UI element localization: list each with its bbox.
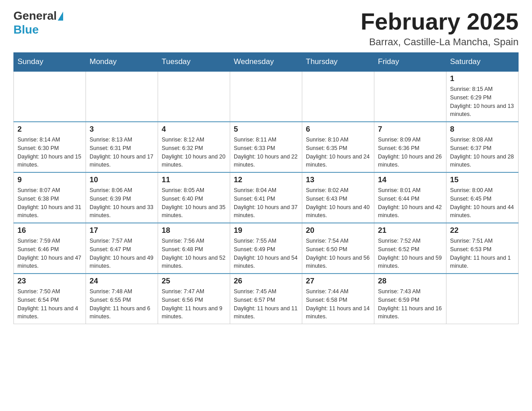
day-number: 9 [17,176,82,184]
calendar-day-cell: 21Sunrise: 7:52 AM Sunset: 6:52 PM Dayli… [374,223,446,274]
day-info: Sunrise: 8:02 AM Sunset: 6:43 PM Dayligh… [306,186,370,220]
calendar-day-cell [86,71,158,122]
calendar-header-row: SundayMondayTuesdayWednesdayThursdayFrid… [14,53,519,72]
day-number: 14 [378,176,442,184]
day-info: Sunrise: 7:54 AM Sunset: 6:50 PM Dayligh… [306,237,370,270]
day-number: 13 [306,176,370,184]
day-number: 12 [234,176,298,184]
weekday-header-monday: Monday [86,53,158,72]
month-title: February 2025 [360,9,519,34]
day-info: Sunrise: 7:45 AM Sunset: 6:57 PM Dayligh… [234,287,298,321]
calendar-day-cell [14,71,86,122]
calendar-day-cell [230,71,302,122]
calendar-day-cell: 2Sunrise: 8:14 AM Sunset: 6:30 PM Daylig… [14,122,86,172]
calendar-week-row: 16Sunrise: 7:59 AM Sunset: 6:46 PM Dayli… [14,223,519,274]
calendar-day-cell: 10Sunrise: 8:06 AM Sunset: 6:39 PM Dayli… [86,172,158,223]
day-number: 2 [17,125,82,134]
day-number: 24 [90,277,154,286]
day-number: 22 [450,226,515,235]
day-info: Sunrise: 7:44 AM Sunset: 6:58 PM Dayligh… [306,287,370,321]
page-header: General Blue February 2025 Barrax, Casti… [13,9,519,48]
logo: General Blue [13,9,64,37]
calendar-day-cell: 22Sunrise: 7:51 AM Sunset: 6:53 PM Dayli… [446,223,519,274]
day-number: 11 [162,176,226,184]
calendar-day-cell: 7Sunrise: 8:09 AM Sunset: 6:36 PM Daylig… [374,122,446,172]
calendar-day-cell: 4Sunrise: 8:12 AM Sunset: 6:32 PM Daylig… [158,122,230,172]
calendar-week-row: 1Sunrise: 8:15 AM Sunset: 6:29 PM Daylig… [14,71,519,122]
day-info: Sunrise: 7:51 AM Sunset: 6:53 PM Dayligh… [450,237,515,270]
calendar-body: 1Sunrise: 8:15 AM Sunset: 6:29 PM Daylig… [14,71,519,324]
day-info: Sunrise: 7:56 AM Sunset: 6:48 PM Dayligh… [162,237,226,270]
calendar-day-cell: 6Sunrise: 8:10 AM Sunset: 6:35 PM Daylig… [302,122,374,172]
calendar-day-cell: 12Sunrise: 8:04 AM Sunset: 6:41 PM Dayli… [230,172,302,223]
calendar-day-cell: 28Sunrise: 7:43 AM Sunset: 6:59 PM Dayli… [374,274,446,324]
day-number: 19 [234,226,298,235]
day-number: 25 [162,277,226,286]
title-block: February 2025 Barrax, Castille-La Mancha… [360,9,519,48]
day-number: 21 [378,226,442,235]
day-number: 26 [234,277,298,286]
day-info: Sunrise: 8:14 AM Sunset: 6:30 PM Dayligh… [17,136,82,169]
calendar-week-row: 9Sunrise: 8:07 AM Sunset: 6:38 PM Daylig… [14,172,519,223]
calendar-day-cell: 13Sunrise: 8:02 AM Sunset: 6:43 PM Dayli… [302,172,374,223]
day-info: Sunrise: 7:50 AM Sunset: 6:54 PM Dayligh… [17,287,82,321]
location-title: Barrax, Castille-La Mancha, Spain [360,36,519,48]
calendar-day-cell: 11Sunrise: 8:05 AM Sunset: 6:40 PM Dayli… [158,172,230,223]
weekday-header-wednesday: Wednesday [230,53,302,72]
calendar-table: SundayMondayTuesdayWednesdayThursdayFrid… [13,52,519,324]
day-info: Sunrise: 7:55 AM Sunset: 6:49 PM Dayligh… [234,237,298,270]
day-info: Sunrise: 8:11 AM Sunset: 6:33 PM Dayligh… [234,136,298,169]
day-number: 7 [378,125,442,134]
calendar-day-cell: 15Sunrise: 8:00 AM Sunset: 6:45 PM Dayli… [446,172,519,223]
day-info: Sunrise: 8:07 AM Sunset: 6:38 PM Dayligh… [17,186,82,220]
day-info: Sunrise: 7:52 AM Sunset: 6:52 PM Dayligh… [378,237,442,270]
day-info: Sunrise: 8:15 AM Sunset: 6:29 PM Dayligh… [450,85,515,119]
day-number: 28 [378,277,442,286]
day-number: 4 [162,125,226,134]
day-info: Sunrise: 7:48 AM Sunset: 6:55 PM Dayligh… [90,287,154,321]
weekday-header-friday: Friday [374,53,446,72]
day-number: 10 [90,176,154,184]
day-number: 23 [17,277,82,286]
day-info: Sunrise: 8:08 AM Sunset: 6:37 PM Dayligh… [450,136,515,169]
calendar-day-cell: 17Sunrise: 7:57 AM Sunset: 6:47 PM Dayli… [86,223,158,274]
day-info: Sunrise: 7:43 AM Sunset: 6:59 PM Dayligh… [378,287,442,321]
calendar-week-row: 2Sunrise: 8:14 AM Sunset: 6:30 PM Daylig… [14,122,519,172]
calendar-day-cell: 5Sunrise: 8:11 AM Sunset: 6:33 PM Daylig… [230,122,302,172]
logo-blue-text: Blue [13,23,39,36]
logo-triangle-icon [58,12,63,21]
day-info: Sunrise: 8:13 AM Sunset: 6:31 PM Dayligh… [90,136,154,169]
logo-general-text: General [13,9,57,23]
day-number: 1 [450,74,515,83]
day-info: Sunrise: 8:01 AM Sunset: 6:44 PM Dayligh… [378,186,442,220]
calendar-day-cell: 19Sunrise: 7:55 AM Sunset: 6:49 PM Dayli… [230,223,302,274]
day-number: 15 [450,176,515,184]
weekday-header-sunday: Sunday [14,53,86,72]
calendar-day-cell: 26Sunrise: 7:45 AM Sunset: 6:57 PM Dayli… [230,274,302,324]
day-number: 6 [306,125,370,134]
day-info: Sunrise: 8:04 AM Sunset: 6:41 PM Dayligh… [234,186,298,220]
calendar-day-cell: 25Sunrise: 7:47 AM Sunset: 6:56 PM Dayli… [158,274,230,324]
day-info: Sunrise: 8:10 AM Sunset: 6:35 PM Dayligh… [306,136,370,169]
calendar-day-cell: 20Sunrise: 7:54 AM Sunset: 6:50 PM Dayli… [302,223,374,274]
day-number: 20 [306,226,370,235]
calendar-day-cell: 16Sunrise: 7:59 AM Sunset: 6:46 PM Dayli… [14,223,86,274]
calendar-week-row: 23Sunrise: 7:50 AM Sunset: 6:54 PM Dayli… [14,274,519,324]
weekday-header-thursday: Thursday [302,53,374,72]
weekday-header-tuesday: Tuesday [158,53,230,72]
calendar-day-cell: 14Sunrise: 8:01 AM Sunset: 6:44 PM Dayli… [374,172,446,223]
calendar-day-cell: 1Sunrise: 8:15 AM Sunset: 6:29 PM Daylig… [446,71,519,122]
calendar-day-cell [302,71,374,122]
day-info: Sunrise: 8:09 AM Sunset: 6:36 PM Dayligh… [378,136,442,169]
day-number: 27 [306,277,370,286]
calendar-day-cell: 8Sunrise: 8:08 AM Sunset: 6:37 PM Daylig… [446,122,519,172]
day-info: Sunrise: 7:47 AM Sunset: 6:56 PM Dayligh… [162,287,226,321]
calendar-day-cell: 27Sunrise: 7:44 AM Sunset: 6:58 PM Dayli… [302,274,374,324]
calendar-day-cell: 23Sunrise: 7:50 AM Sunset: 6:54 PM Dayli… [14,274,86,324]
calendar-day-cell: 18Sunrise: 7:56 AM Sunset: 6:48 PM Dayli… [158,223,230,274]
day-info: Sunrise: 8:05 AM Sunset: 6:40 PM Dayligh… [162,186,226,220]
calendar-day-cell: 9Sunrise: 8:07 AM Sunset: 6:38 PM Daylig… [14,172,86,223]
day-number: 18 [162,226,226,235]
day-info: Sunrise: 8:12 AM Sunset: 6:32 PM Dayligh… [162,136,226,169]
day-info: Sunrise: 7:59 AM Sunset: 6:46 PM Dayligh… [17,237,82,270]
